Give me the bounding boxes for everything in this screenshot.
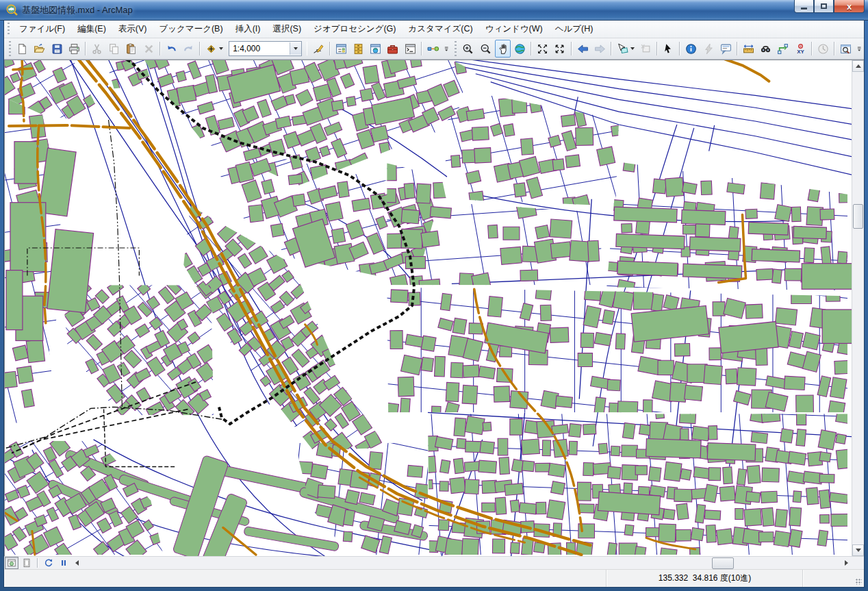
- find[interactable]: [758, 40, 774, 58]
- redo[interactable]: [181, 40, 196, 58]
- menu-item-9[interactable]: ヘルプ(H): [549, 21, 600, 38]
- print[interactable]: [66, 40, 82, 58]
- full-extent[interactable]: [512, 40, 528, 58]
- horizontal-scrollbar-row: [4, 556, 864, 569]
- zoom-out-icon: [480, 43, 492, 55]
- map-scale-combo[interactable]: 1:4,000: [229, 41, 301, 56]
- python-window[interactable]: [403, 40, 418, 58]
- scroll-down-button[interactable]: [852, 544, 864, 556]
- select-features[interactable]: [615, 40, 637, 58]
- editor-icon: [313, 43, 324, 55]
- client-area: ファイル(F)編集(E)表示(V)ブックマーク(B)挿入(I)選択(S)ジオプロ…: [3, 21, 865, 588]
- close-button[interactable]: x: [834, 0, 865, 13]
- identify[interactable]: [683, 40, 699, 58]
- add-data[interactable]: [203, 40, 225, 58]
- toolbox-icon: [387, 43, 398, 55]
- horizontal-scroll-track[interactable]: [83, 557, 841, 568]
- layout-view-button[interactable]: [20, 557, 34, 569]
- menu-item-7[interactable]: カスタマイズ(C): [403, 21, 479, 38]
- time-slider[interactable]: [815, 40, 831, 58]
- refresh-view-button[interactable]: [42, 557, 55, 569]
- menu-item-4[interactable]: 挿入(I): [229, 21, 267, 38]
- html-popup[interactable]: [718, 40, 734, 58]
- vertical-scroll-thumb[interactable]: [853, 204, 863, 229]
- cut[interactable]: [89, 40, 105, 58]
- menu-item-2[interactable]: 表示(V): [112, 21, 153, 38]
- tools-toolbar-options[interactable]: [855, 40, 863, 57]
- menu-bar: ファイル(F)編集(E)表示(V)ブックマーク(B)挿入(I)選択(S)ジオプロ…: [4, 21, 864, 38]
- scrollbar-corner: [852, 557, 864, 568]
- map-canvas[interactable]: [5, 60, 852, 556]
- identify-icon: [685, 43, 697, 55]
- go-to-xy[interactable]: XY: [792, 40, 808, 58]
- pan[interactable]: [495, 40, 511, 58]
- layout-view-icon: [22, 558, 31, 568]
- toolbar-separator: [656, 42, 658, 55]
- vertical-scroll-track[interactable]: [852, 72, 864, 544]
- new-document[interactable]: [14, 40, 30, 58]
- scroll-right-button[interactable]: [841, 557, 852, 568]
- catalog-window[interactable]: [350, 40, 366, 58]
- forward-arrow-icon: [594, 43, 606, 55]
- table-of-contents[interactable]: [333, 40, 349, 58]
- copy[interactable]: [106, 40, 122, 58]
- resize-grip[interactable]: [853, 570, 864, 587]
- data-view-button[interactable]: [5, 557, 18, 569]
- viewer-window[interactable]: [838, 40, 854, 58]
- title-bar[interactable]: 基盤地図情報.mxd - ArcMap x: [0, 0, 868, 21]
- paste[interactable]: [123, 40, 139, 58]
- refresh-icon: [44, 558, 53, 568]
- modelbuilder[interactable]: [425, 40, 441, 58]
- clear-selection[interactable]: [638, 40, 654, 58]
- menubar-grip[interactable]: [6, 23, 12, 36]
- zoom-out[interactable]: [478, 40, 494, 58]
- hyperlink[interactable]: [700, 40, 716, 58]
- fixed-zoom-in[interactable]: [535, 40, 550, 58]
- horizontal-scroll-thumb[interactable]: [712, 557, 734, 569]
- find-route[interactable]: [775, 40, 791, 58]
- arrow-up-icon: [856, 64, 861, 68]
- clear-selection-icon: [640, 43, 652, 55]
- select-elements[interactable]: [661, 40, 676, 58]
- overflow-icon: [855, 45, 863, 53]
- data-view-icon: [7, 558, 16, 568]
- scroll-up-button[interactable]: [852, 60, 864, 72]
- delete[interactable]: [141, 40, 157, 58]
- go-back-extent[interactable]: [575, 40, 591, 58]
- map-scale-dropdown-button[interactable]: [290, 42, 301, 55]
- menu-item-6[interactable]: ジオプロセシング(G): [307, 21, 402, 38]
- redo-icon: [183, 43, 194, 55]
- status-bar: 135.332 34.816 度(10進): [4, 569, 864, 587]
- minimize-button[interactable]: [794, 0, 814, 13]
- map-svg[interactable]: [5, 60, 852, 556]
- search-window[interactable]: [368, 40, 383, 58]
- menu-item-0[interactable]: ファイル(F): [13, 21, 71, 38]
- map-scale-value[interactable]: 1:4,000: [229, 44, 289, 53]
- scroll-left-button[interactable]: [71, 557, 83, 568]
- toolbar-grip[interactable]: [8, 41, 12, 56]
- go-forward-extent[interactable]: [592, 40, 608, 58]
- arctoolbox-window[interactable]: [385, 40, 400, 58]
- open-document[interactable]: [31, 40, 47, 58]
- menu-item-8[interactable]: ウィンドウ(W): [479, 21, 549, 38]
- zoom-in[interactable]: [460, 40, 476, 58]
- maximize-button[interactable]: [814, 0, 834, 13]
- standard-toolbar-options[interactable]: [442, 40, 450, 57]
- menu-item-3[interactable]: ブックマーク(B): [153, 21, 229, 38]
- back-arrow-icon: [577, 43, 589, 55]
- select-elements-icon: [663, 43, 674, 55]
- menu-item-1[interactable]: 編集(E): [71, 21, 112, 38]
- vertical-scrollbar[interactable]: [852, 60, 864, 556]
- toolbar-grip[interactable]: [453, 41, 458, 56]
- delete-icon: [143, 43, 155, 55]
- coordinate-readout: 135.332 34.816 度(10進): [607, 570, 802, 587]
- fixed-zoom-out[interactable]: [552, 40, 567, 58]
- pause-drawing-button[interactable]: [57, 557, 71, 569]
- save-document[interactable]: [49, 40, 65, 58]
- python-icon: [405, 43, 416, 55]
- menu-item-5[interactable]: 選択(S): [266, 21, 307, 38]
- overflow-icon: [442, 45, 450, 53]
- undo[interactable]: [164, 40, 179, 58]
- editor-toolbar[interactable]: [310, 40, 326, 58]
- measure[interactable]: [741, 40, 756, 58]
